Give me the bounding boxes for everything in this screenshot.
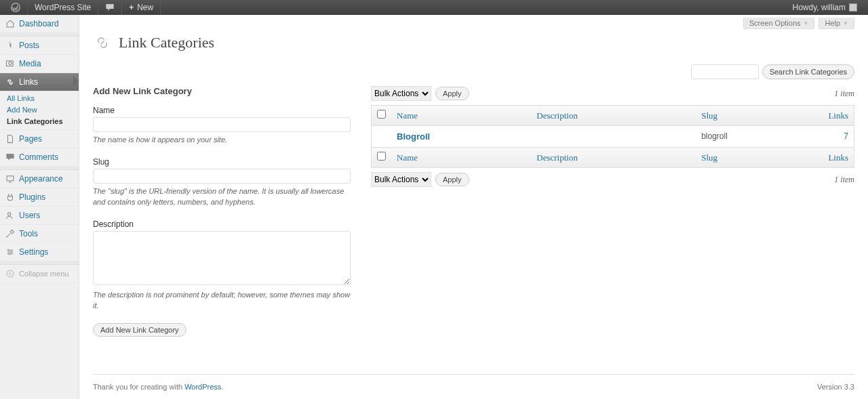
page-icon — [5, 134, 15, 144]
bulk-actions-select-top[interactable]: Bulk Actions — [371, 86, 431, 101]
menu-label: Pages — [19, 134, 42, 144]
submenu-all-links[interactable]: All Links — [7, 94, 79, 102]
footer-thanks: Thank you for creating with — [93, 383, 184, 391]
wp-logo-menu[interactable] — [4, 0, 28, 15]
svg-point-2 — [9, 62, 12, 64]
menu-label: Dashboard — [19, 19, 59, 28]
tools-icon — [5, 229, 15, 238]
description-hint: The description is not prominent by defa… — [93, 290, 351, 311]
col-slug[interactable]: Slug — [696, 106, 813, 126]
howdy-account[interactable]: Howdy, william — [786, 0, 864, 15]
sidebar-item-links[interactable]: Links — [0, 73, 79, 91]
slug-label: Slug — [93, 157, 351, 167]
col-slug[interactable]: Slug — [696, 148, 813, 168]
svg-point-5 — [7, 270, 14, 277]
footer-wordpress-link[interactable]: WordPress — [184, 383, 221, 391]
users-icon — [5, 211, 15, 220]
main-content: Screen Options ▼ Help ▼ Link Categories … — [79, 15, 868, 399]
description-textarea[interactable] — [93, 231, 351, 285]
site-name-link[interactable]: WordPress Site — [28, 0, 98, 15]
menu-label: Comments — [19, 152, 58, 162]
page-heading: Link Categories — [93, 33, 854, 52]
sidebar-item-media[interactable]: Media — [0, 55, 79, 73]
select-all-bottom[interactable] — [377, 152, 386, 161]
submenu-add-new[interactable]: Add New — [7, 106, 79, 114]
links-submenu: All Links Add New Link Categories — [0, 91, 79, 130]
comments-bubble[interactable] — [98, 0, 122, 15]
sidebar-item-appearance[interactable]: Appearance — [0, 170, 79, 188]
sidebar-item-users[interactable]: Users — [0, 207, 79, 225]
screen-options-tab[interactable]: Screen Options ▼ — [743, 18, 815, 29]
new-label: New — [137, 3, 153, 12]
sidebar-item-settings[interactable]: Settings — [0, 243, 79, 261]
screen-options-label: Screen Options — [749, 19, 801, 27]
row-name-link[interactable]: Blogroll — [397, 131, 430, 142]
menu-label: Appearance — [19, 174, 63, 184]
description-label: Description — [93, 219, 351, 229]
item-count-bottom: 1 item — [834, 175, 854, 185]
submenu-link-categories[interactable]: Link Categories — [7, 117, 79, 125]
search-input[interactable] — [691, 64, 759, 79]
menu-label: Media — [19, 59, 41, 68]
table-row: Blogroll blogroll 7 — [372, 126, 854, 148]
row-links-count[interactable]: 7 — [844, 131, 848, 141]
bulk-actions-select-bottom[interactable]: Bulk Actions — [371, 172, 431, 187]
svg-point-4 — [8, 213, 11, 215]
col-description[interactable]: Description — [531, 106, 696, 126]
sidebar-item-plugins[interactable]: Plugins — [0, 188, 79, 207]
help-tab[interactable]: Help ▼ — [818, 18, 854, 29]
plus-icon: + — [129, 3, 134, 12]
search-button[interactable]: Search Link Categories — [762, 64, 854, 79]
avatar — [849, 3, 857, 12]
categories-table: Name Description Slug Links Blogroll blo… — [371, 105, 854, 168]
chevron-down-icon: ▼ — [804, 20, 809, 26]
admin-sidebar: Dashboard Posts Media Links All Links Ad… — [0, 15, 79, 399]
sidebar-item-dashboard[interactable]: Dashboard — [0, 15, 79, 33]
admin-bar: WordPress Site + New Howdy, william — [0, 0, 868, 15]
collapse-menu[interactable]: Collapse menu — [0, 265, 79, 283]
select-all-top[interactable] — [377, 110, 386, 119]
name-hint: The name is how it appears on your site. — [93, 135, 351, 145]
settings-icon — [5, 247, 15, 257]
col-description[interactable]: Description — [531, 148, 696, 168]
plugin-icon — [5, 192, 15, 202]
name-input[interactable] — [93, 117, 351, 132]
page-title: Link Categories — [119, 34, 214, 51]
apply-button-bottom[interactable]: Apply — [435, 173, 469, 186]
link-icon — [93, 33, 112, 52]
menu-label: Posts — [19, 41, 39, 50]
col-links[interactable]: Links — [814, 106, 854, 126]
col-links[interactable]: Links — [814, 148, 854, 168]
slug-input[interactable] — [93, 169, 351, 184]
row-description — [531, 126, 696, 148]
home-icon — [5, 19, 15, 28]
menu-label: Settings — [19, 247, 48, 257]
col-name[interactable]: Name — [391, 106, 531, 126]
menu-label: Links — [19, 77, 38, 87]
sidebar-item-posts[interactable]: Posts — [0, 37, 79, 55]
name-label: Name — [93, 106, 351, 115]
add-category-form: Add New Link Category Name The name is h… — [93, 86, 351, 337]
menu-label: Plugins — [19, 192, 45, 202]
item-count-top: 1 item — [834, 89, 854, 99]
howdy-text: Howdy, william — [793, 3, 846, 12]
sidebar-item-tools[interactable]: Tools — [0, 225, 79, 243]
sidebar-item-comments[interactable]: Comments — [0, 148, 79, 167]
new-content-menu[interactable]: + New — [122, 0, 161, 15]
form-heading: Add New Link Category — [93, 86, 351, 96]
appearance-icon — [5, 174, 15, 184]
comment-icon — [5, 152, 15, 162]
sidebar-item-pages[interactable]: Pages — [0, 130, 79, 148]
col-name[interactable]: Name — [391, 148, 531, 168]
comment-icon — [105, 3, 115, 12]
apply-button-top[interactable]: Apply — [435, 87, 469, 100]
chevron-down-icon: ▼ — [843, 20, 848, 26]
pin-icon — [5, 41, 15, 50]
svg-rect-3 — [7, 176, 14, 181]
collapse-icon — [5, 269, 15, 278]
add-category-button[interactable]: Add New Link Category — [93, 323, 186, 337]
menu-label: Users — [19, 211, 40, 220]
admin-footer: Thank you for creating with WordPress. V… — [93, 374, 854, 399]
wordpress-icon — [11, 3, 20, 12]
media-icon — [5, 59, 15, 68]
